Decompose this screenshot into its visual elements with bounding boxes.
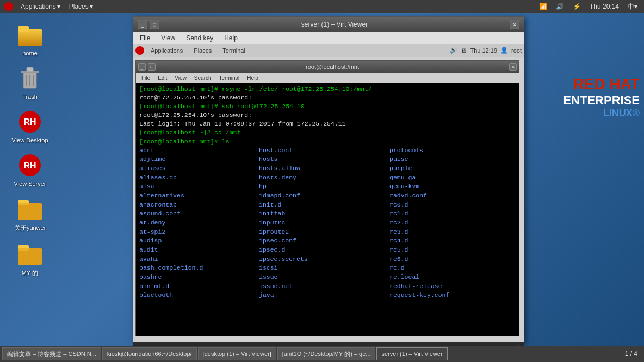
virt-menu-file[interactable]: File bbox=[135, 33, 154, 43]
terminal-content[interactable]: [root@localhost mnt]# rsync -lr /etc/ ro… bbox=[136, 83, 519, 336]
files-col2: host.conf hosts hosts.allow hosts.deny h… bbox=[259, 146, 389, 300]
svg-rect-19 bbox=[18, 248, 42, 265]
file-ipsec-conf[interactable]: ipsec.conf bbox=[259, 236, 389, 246]
file-abrt[interactable]: abrt bbox=[139, 146, 259, 155]
file-bash-completion[interactable]: bash_completion.d bbox=[139, 264, 259, 273]
file-avahi[interactable]: avahi bbox=[139, 255, 259, 264]
desktop-icon-my[interactable]: MY 的 bbox=[4, 239, 55, 279]
taskbar-server-label: server (1) – Virt Viewer bbox=[381, 351, 442, 357]
desktop-icon-trash[interactable]: Trash bbox=[4, 63, 55, 102]
file-rc5[interactable]: rc5.d bbox=[389, 246, 509, 255]
svg-rect-3 bbox=[18, 26, 29, 32]
term-menu-view[interactable]: View bbox=[171, 74, 190, 82]
file-asound-conf[interactable]: asound.conf bbox=[139, 209, 259, 219]
file-idmapd[interactable]: idmapd.conf bbox=[259, 191, 389, 201]
file-pulse[interactable]: pulse bbox=[389, 155, 509, 164]
virt-menu-help[interactable]: Help bbox=[220, 33, 242, 43]
file-redhat-release[interactable]: redhat-release bbox=[389, 282, 509, 291]
file-rc1[interactable]: rc1.d bbox=[389, 209, 509, 219]
file-protocols[interactable]: protocols bbox=[389, 146, 509, 155]
virt-menu-sendkey[interactable]: Send key bbox=[182, 33, 218, 43]
taskbar-unit[interactable]: [unit1O (~/Desktop/MY 的) – ge... bbox=[277, 347, 376, 360]
my-folder-icon bbox=[17, 241, 43, 267]
bottom-taskbar: 编辑文章 – 博客频道 – CSDN.N... kiosk@foundation… bbox=[0, 346, 644, 362]
virt-menu-view[interactable]: View bbox=[157, 33, 179, 43]
term-menu-terminal[interactable]: Terminal bbox=[216, 74, 243, 82]
file-rclocal[interactable]: rc.local bbox=[389, 273, 509, 282]
file-java[interactable]: java bbox=[259, 291, 389, 300]
taskbar-kiosk[interactable]: kiosk@foundation66:~/Desktop/ bbox=[102, 347, 197, 360]
close-button[interactable]: ✕ bbox=[510, 20, 519, 29]
file-binfmt[interactable]: binfmt.d bbox=[139, 282, 259, 291]
file-alternatives[interactable]: alternatives bbox=[139, 191, 259, 201]
taskbar-editor[interactable]: 编辑文章 – 博客频道 – CSDN.N... bbox=[2, 347, 101, 360]
file-bluetooth[interactable]: bluetooth bbox=[139, 291, 259, 300]
file-at-deny[interactable]: at.deny bbox=[139, 219, 259, 228]
file-ipsec-secrets[interactable]: ipsec.secrets bbox=[259, 255, 389, 264]
minimize-button[interactable]: _ bbox=[138, 20, 147, 29]
file-hosts-allow[interactable]: hosts.allow bbox=[259, 164, 389, 173]
file-issue-net[interactable]: issue.net bbox=[259, 282, 389, 291]
file-host-conf[interactable]: host.conf bbox=[259, 146, 389, 155]
home-label: home bbox=[22, 50, 38, 57]
guest-applications-menu[interactable]: Applications bbox=[146, 46, 187, 55]
file-purple[interactable]: purple bbox=[389, 164, 509, 173]
desktop-icon-view-desktop[interactable]: RH View Desktop bbox=[4, 107, 55, 146]
file-bashrc[interactable]: bashrc bbox=[139, 273, 259, 282]
file-hp[interactable]: hp bbox=[259, 182, 389, 191]
guest-terminal-menu[interactable]: Terminal bbox=[218, 46, 250, 55]
file-at-spi2[interactable]: at-spi2 bbox=[139, 228, 259, 237]
applications-menu[interactable]: Applications ▾ bbox=[17, 2, 64, 11]
term-close-btn[interactable]: ✕ bbox=[509, 63, 517, 71]
taskbar-desktop[interactable]: [desktop (1) – Virt Viewer] bbox=[198, 347, 276, 360]
term-max-btn[interactable]: □ bbox=[148, 63, 156, 71]
guest-places-menu[interactable]: Places bbox=[189, 46, 216, 55]
file-issue[interactable]: issue bbox=[259, 273, 389, 282]
desktop-icon-view-server[interactable]: RH View Server bbox=[4, 150, 55, 189]
term-menu-help[interactable]: Help bbox=[244, 74, 262, 82]
file-iproute2[interactable]: iproute2 bbox=[259, 228, 389, 237]
file-ipsec-d[interactable]: ipsec.d bbox=[259, 246, 389, 255]
desktop-icon-home[interactable]: home bbox=[4, 20, 55, 59]
file-inittab[interactable]: inittab bbox=[259, 209, 389, 219]
taskbar-desktop-label: [desktop (1) – Virt Viewer] bbox=[203, 351, 271, 357]
term-min-btn[interactable]: _ bbox=[138, 63, 146, 71]
file-rc0[interactable]: rc0.d bbox=[389, 201, 509, 210]
file-alsa[interactable]: alsa bbox=[139, 182, 259, 191]
file-qemu-kvm[interactable]: qemu-kvm bbox=[389, 182, 509, 191]
terminal-menubar: File Edit View Search Terminal Help bbox=[136, 73, 519, 83]
file-audisp[interactable]: audisp bbox=[139, 236, 259, 246]
input-method[interactable]: 中▾ bbox=[626, 1, 640, 13]
term-menu-file[interactable]: File bbox=[138, 74, 153, 82]
file-aliases-db[interactable]: aliases.db bbox=[139, 173, 259, 183]
files-col3: protocols pulse purple qemu-ga qemu-kvm … bbox=[389, 146, 509, 300]
power-icon[interactable]: ⚡ bbox=[571, 2, 583, 11]
file-iscsi[interactable]: iscsi bbox=[259, 264, 389, 273]
term-menu-edit[interactable]: Edit bbox=[154, 74, 170, 82]
file-hosts-deny[interactable]: hosts.deny bbox=[259, 173, 389, 183]
file-inputrc[interactable]: inputrc bbox=[259, 219, 389, 228]
terminal-title: root@localhost:/mnt bbox=[158, 64, 507, 70]
network-icon[interactable]: 📶 bbox=[537, 2, 549, 11]
file-rcd[interactable]: rc.d bbox=[389, 264, 509, 273]
file-qemu-ga[interactable]: qemu-ga bbox=[389, 173, 509, 183]
file-rc6[interactable]: rc6.d bbox=[389, 255, 509, 264]
taskbar-server[interactable]: server (1) – Virt Viewer bbox=[376, 347, 447, 360]
file-rc2[interactable]: rc2.d bbox=[389, 219, 509, 228]
file-adjtime[interactable]: adjtime bbox=[139, 155, 259, 164]
file-audit[interactable]: audit bbox=[139, 246, 259, 255]
file-radvd[interactable]: radvd.conf bbox=[389, 191, 509, 201]
file-initd[interactable]: init.d bbox=[259, 201, 389, 210]
svg-text:RH: RH bbox=[23, 117, 36, 127]
file-anacrontab[interactable]: anacrontab bbox=[139, 201, 259, 210]
places-menu[interactable]: Places ▾ bbox=[66, 2, 96, 11]
file-hosts[interactable]: hosts bbox=[259, 155, 389, 164]
file-request-key[interactable]: request-key.conf bbox=[389, 291, 509, 300]
desktop-icon-about-yunwei[interactable]: 关于yunwei bbox=[4, 194, 55, 234]
file-aliases[interactable]: aliases bbox=[139, 164, 259, 173]
maximize-button[interactable]: □ bbox=[150, 20, 159, 29]
volume-icon[interactable]: 🔊 bbox=[554, 2, 566, 11]
term-menu-search[interactable]: Search bbox=[191, 74, 215, 82]
file-rc3[interactable]: rc3.d bbox=[389, 228, 509, 237]
file-rc4[interactable]: rc4.d bbox=[389, 236, 509, 246]
